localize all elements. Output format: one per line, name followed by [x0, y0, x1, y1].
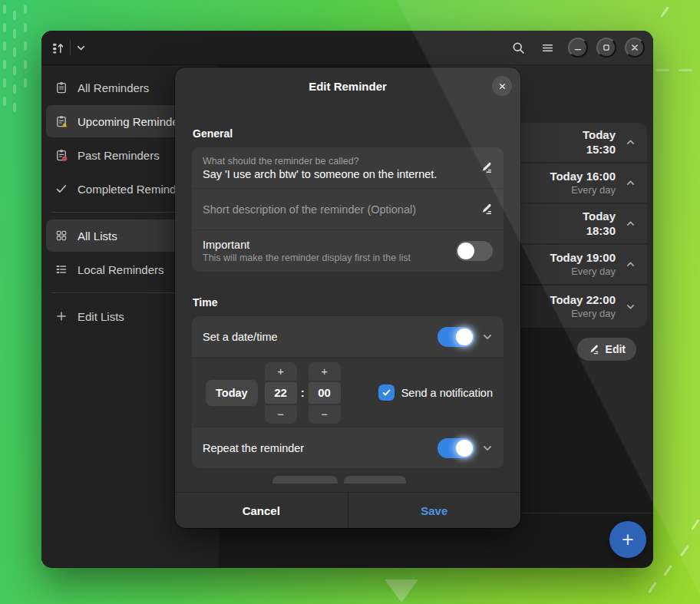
clipped-button[interactable] — [272, 476, 338, 484]
minimize-icon — [573, 42, 583, 53]
clipped-repeat-controls — [192, 476, 504, 484]
search-icon — [512, 41, 525, 54]
sidebar-item-label: All Lists — [78, 229, 117, 243]
decor-dash — [3, 23, 6, 32]
decor-dash — [24, 78, 27, 87]
decor-dash — [663, 565, 672, 576]
dialog-header: Edit Reminder — [175, 68, 520, 104]
reminder-description-field[interactable]: Short description of the reminder (Optio… — [192, 189, 504, 230]
important-content: Important This will make the reminder di… — [203, 239, 447, 263]
clipped-button[interactable] — [344, 476, 406, 484]
plus-icon — [55, 310, 68, 322]
dialog-title: Edit Reminder — [309, 80, 387, 93]
chevron-down-icon[interactable] — [482, 443, 493, 454]
decor-dash — [24, 5, 27, 14]
add-reminder-fab[interactable]: + — [609, 521, 646, 558]
date-picker-button[interactable]: Today — [206, 380, 258, 406]
reminder-name-field[interactable]: What should the reminder be called? Say … — [192, 147, 504, 189]
close-icon — [497, 81, 507, 91]
minute-spinner: + 00 − — [309, 362, 341, 424]
sidebar-item-label: Edit Lists — [78, 310, 124, 323]
notification-label: Send a notification — [401, 387, 493, 399]
minute-value[interactable]: 00 — [309, 382, 341, 404]
decor-dash — [3, 78, 6, 87]
decor-dash — [691, 519, 700, 530]
sort-icon[interactable] — [51, 41, 64, 54]
important-toggle[interactable] — [456, 241, 493, 261]
save-button[interactable]: Save — [348, 493, 521, 528]
close-icon — [629, 42, 640, 53]
chevron-up-icon[interactable] — [623, 137, 637, 148]
important-row: Important This will make the reminder di… — [192, 230, 504, 272]
hour-value[interactable]: 22 — [265, 382, 297, 404]
decor-dash — [13, 48, 16, 57]
hour-spinner: + 22 − — [265, 362, 297, 424]
decor-dash — [679, 69, 692, 71]
clipboard-error-icon — [55, 149, 68, 161]
check-icon — [55, 183, 68, 195]
sort-split-button[interactable] — [50, 37, 88, 58]
reminder-description-placeholder: Short description of the reminder (Optio… — [203, 203, 471, 216]
chevron-down-icon[interactable] — [623, 301, 637, 312]
minute-increment-button[interactable]: + — [309, 362, 341, 381]
reminder-time: Today 22:00Every day — [550, 293, 616, 321]
divider — [70, 40, 71, 55]
cancel-button[interactable]: Cancel — [175, 493, 348, 528]
pencil-icon — [588, 344, 599, 355]
chevron-up-icon[interactable] — [623, 259, 637, 270]
chevron-down-icon[interactable] — [482, 332, 493, 342]
reminders-window: All Reminders Upcoming Reminders Past Re… — [41, 31, 653, 568]
general-section-label: General — [193, 127, 504, 140]
clipboard-warning-icon — [55, 115, 68, 127]
decor-dash — [3, 60, 6, 69]
toggle-knob — [456, 328, 473, 345]
time-group: Set a date/time Today + 22 − — [192, 316, 504, 468]
time-section-label: Time — [193, 296, 504, 309]
search-button[interactable] — [506, 36, 530, 59]
notification-option[interactable]: Send a notification — [378, 385, 493, 401]
chevron-up-icon[interactable] — [623, 218, 637, 229]
sidebar-item-label: Local Reminders — [78, 263, 164, 276]
reminder-time: Today 19:00Every day — [550, 251, 616, 279]
hour-increment-button[interactable]: + — [265, 362, 297, 381]
desktop-background: All Reminders Upcoming Reminders Past Re… — [0, 0, 700, 604]
set-datetime-label: Set a date/time — [203, 331, 428, 343]
list-icon — [55, 263, 68, 276]
dialog-close-button[interactable] — [492, 76, 512, 96]
repeat-reminder-row[interactable]: Repeat the reminder — [192, 427, 504, 468]
plus-icon: + — [622, 528, 634, 552]
decor-dash — [13, 11, 16, 20]
toggle-knob — [456, 440, 473, 457]
sidebar-item-label: Upcoming Reminders — [78, 115, 188, 128]
maximize-button[interactable] — [596, 38, 616, 58]
hour-decrement-button[interactable]: − — [265, 405, 297, 424]
decor-dash — [13, 84, 16, 94]
set-datetime-toggle[interactable] — [438, 327, 474, 347]
decor-dash — [13, 29, 16, 38]
sidebar-item-label: All Reminders — [78, 81, 149, 94]
dialog-content: General What should the reminder be call… — [175, 104, 520, 492]
clipboard-icon — [55, 81, 68, 94]
menu-button[interactable] — [535, 36, 560, 59]
decor-triangle — [385, 579, 418, 602]
pencil-icon[interactable] — [480, 161, 493, 174]
chevron-up-icon[interactable] — [623, 177, 637, 189]
decor-dash — [655, 69, 669, 71]
repeat-toggle[interactable] — [438, 438, 474, 458]
edit-reminder-button[interactable]: Edit — [577, 338, 636, 361]
reminder-description-content: Short description of the reminder (Optio… — [203, 203, 471, 216]
minimize-button[interactable] — [568, 38, 588, 58]
minute-decrement-button[interactable]: − — [309, 405, 341, 424]
sidebar-item-label: Past Reminders — [78, 149, 160, 162]
chevron-down-icon[interactable] — [76, 43, 86, 53]
maximize-icon — [601, 42, 612, 53]
grid-icon — [55, 229, 68, 242]
close-window-button[interactable] — [625, 38, 645, 58]
set-datetime-row[interactable]: Set a date/time — [192, 316, 504, 358]
notification-checkbox[interactable] — [378, 385, 395, 401]
decor-dash — [680, 545, 689, 556]
pencil-icon[interactable] — [480, 203, 493, 216]
repeat-label: Repeat the reminder — [203, 442, 428, 454]
decor-dash — [3, 41, 6, 51]
dialog-footer: Cancel Save — [175, 492, 520, 528]
